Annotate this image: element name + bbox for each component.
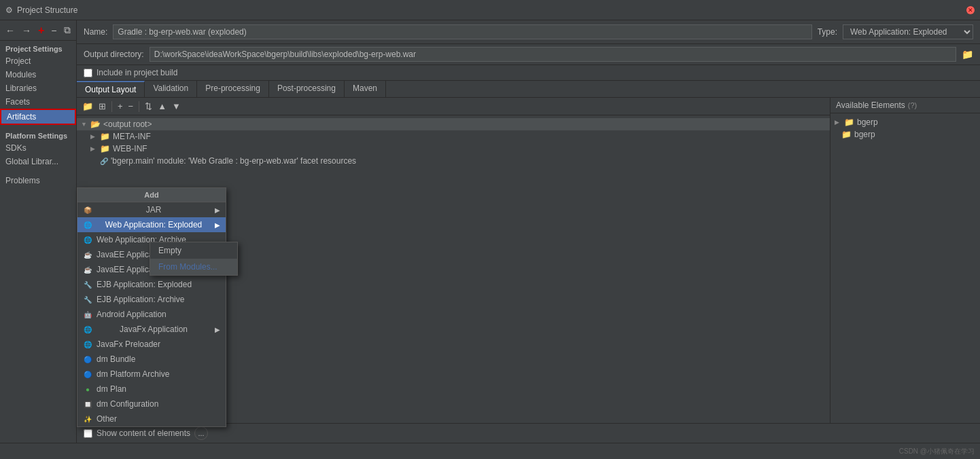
show-content-label[interactable]: Show content of elements: [97, 428, 190, 438]
forward-button[interactable]: →: [19, 24, 34, 37]
type-select[interactable]: Web Application: Exploded: [843, 24, 973, 39]
tabs-row: Output Layout Validation Pre-processing …: [77, 81, 980, 98]
tab-validation[interactable]: Validation: [145, 81, 197, 97]
jar-arrow: ▶: [215, 206, 220, 214]
menu-item-dm-platform[interactable]: 🔵 dm Platform Archive: [77, 367, 226, 382]
tab-post-processing[interactable]: Post-processing: [269, 81, 345, 97]
nav-toolbar: ← → + − ⧉: [0, 20, 76, 41]
content-area: ← → + − ⧉ Project Settings Project Modul…: [0, 20, 980, 443]
tab-pre-processing[interactable]: Pre-processing: [197, 81, 269, 97]
window-title: Project Structure: [17, 5, 77, 15]
copy-artifact-button[interactable]: ⧉: [61, 23, 73, 37]
tab-maven[interactable]: Maven: [345, 81, 386, 97]
project-structure-window: ⚙ Project Structure ✕ ← → + − ⧉ Project …: [0, 0, 980, 459]
root-label: <output root>: [103, 120, 152, 129]
bgerp2-folder-icon: 📁: [841, 130, 852, 139]
bgerp1-arrow: ▶: [835, 119, 841, 126]
available-header: Available Elements (?): [830, 98, 980, 113]
javaee-archive-icon: ☕: [83, 265, 92, 274]
sidebar-item-sdks[interactable]: SDKs: [0, 141, 76, 155]
project-settings-label: Project Settings: [0, 41, 76, 54]
javafx-app-label: JavaFx Application: [120, 325, 188, 334]
sidebar-item-modules[interactable]: Modules: [0, 68, 76, 81]
menu-item-ejb-exploded[interactable]: 🔧 EJB Application: Exploded: [77, 277, 226, 292]
toolbar-sort-btn[interactable]: ⇅: [143, 100, 154, 113]
menu-item-jar[interactable]: 📦 JAR ▶: [77, 202, 226, 217]
menu-item-ejb-archive[interactable]: 🔧 EJB Application: Archive: [77, 292, 226, 307]
menu-item-android[interactable]: 🤖 Android Application: [77, 307, 226, 322]
bgerp2-label: bgerp: [854, 130, 875, 139]
add-artifact-button[interactable]: +: [35, 23, 47, 38]
include-checkbox-row: Include in project build: [77, 65, 980, 81]
toolbar-remove-btn[interactable]: −: [127, 100, 135, 113]
back-button[interactable]: ←: [3, 24, 18, 37]
android-label: Android Application: [97, 310, 167, 319]
available-help-icon: (?): [908, 101, 917, 109]
sidebar: ← → + − ⧉ Project Settings Project Modul…: [0, 20, 77, 443]
output-dir-input[interactable]: [150, 47, 956, 62]
add-menu: Add 📦 JAR ▶ 🌐 Web Application: Exploded …: [77, 187, 226, 427]
toolbar-sep-2: [139, 101, 139, 112]
avail-item-bgerp2[interactable]: 📁 bgerp: [830, 128, 980, 141]
tree-item-web-inf[interactable]: ▶ 📁 WEB-INF: [77, 143, 830, 155]
sidebar-item-libraries[interactable]: Libraries: [0, 81, 76, 95]
folder-button[interactable]: 📁: [962, 49, 973, 60]
empty-label: Empty: [158, 246, 181, 255]
include-label[interactable]: Include in project build: [97, 68, 177, 77]
web-exploded-arrow: ▶: [215, 221, 220, 229]
dm-plan-label: dm Plan: [97, 384, 126, 394]
web-inf-arrow: ▶: [90, 145, 97, 152]
jar-icon: 📦: [83, 205, 92, 215]
javafx-app-arrow: ▶: [215, 326, 220, 333]
show-content-checkbox[interactable]: [84, 429, 92, 438]
close-button[interactable]: ✕: [966, 6, 975, 14]
toolbar-folder-btn[interactable]: 📁: [81, 100, 94, 113]
sidebar-item-global-libraries[interactable]: Global Librar...: [0, 155, 76, 168]
root-folder-icon: 📂: [90, 120, 101, 129]
available-tree: ▶ 📁 bgerp 📁 bgerp: [830, 113, 980, 423]
menu-item-other[interactable]: ✨ Other: [77, 411, 226, 426]
bgerp-main-label: 'bgerp.main' module: 'Web Gradle : bg-er…: [111, 156, 356, 166]
menu-item-web-exploded[interactable]: 🌐 Web Application: Exploded ▶: [77, 217, 226, 232]
sidebar-item-project[interactable]: Project: [0, 54, 76, 68]
submenu-item-from-modules[interactable]: From Modules...: [150, 259, 237, 275]
sidebar-item-problems[interactable]: Problems: [0, 174, 76, 187]
available-header-label: Available Elements: [836, 100, 905, 110]
dots-button[interactable]: ...: [194, 426, 208, 440]
submenu-item-empty[interactable]: Empty: [150, 242, 237, 259]
remove-artifact-button[interactable]: −: [48, 24, 59, 37]
avail-item-bgerp1[interactable]: ▶ 📁 bgerp: [830, 116, 980, 128]
meta-inf-arrow: ▶: [90, 133, 97, 140]
menu-item-dm-plan[interactable]: ● dm Plan: [77, 382, 226, 397]
web-inf-folder-icon: 📁: [100, 144, 110, 153]
toolbar-add-btn[interactable]: +: [116, 100, 124, 113]
menu-item-dm-config[interactable]: 🔲 dm Configuration: [77, 397, 226, 411]
watermark-text: CSDN @小猪佩奇在学习: [899, 447, 975, 456]
sidebar-item-facets[interactable]: Facets: [0, 95, 76, 109]
dm-platform-icon: 🔵: [83, 369, 92, 379]
include-checkbox[interactable]: [84, 69, 92, 77]
dm-config-label: dm Configuration: [97, 399, 158, 409]
sidebar-item-artifacts[interactable]: Artifacts: [0, 109, 76, 125]
bgerp1-folder-icon: 📁: [844, 117, 854, 127]
type-label: Type:: [818, 27, 837, 37]
ejb-archive-icon: 🔧: [83, 295, 92, 304]
tree-item-meta-inf[interactable]: ▶ 📁 META-INF: [77, 130, 830, 143]
tab-output-layout[interactable]: Output Layout: [77, 81, 145, 97]
output-dir-row: Output directory: 📁: [77, 44, 980, 65]
ejb-exploded-icon: 🔧: [83, 280, 92, 289]
name-input[interactable]: [113, 24, 811, 39]
web-inf-label: WEB-INF: [113, 144, 147, 153]
menu-item-javafx-preloader[interactable]: 🌐 JavaFx Preloader: [77, 337, 226, 352]
tree-item-root[interactable]: ▼ 📂 <output root>: [77, 118, 830, 130]
menu-item-javafx-app[interactable]: 🌐 JavaFx Application ▶: [77, 322, 226, 337]
toolbar-up-btn[interactable]: ▲: [156, 100, 168, 113]
toolbar-down-btn[interactable]: ▼: [171, 100, 182, 113]
dm-plan-icon: ●: [83, 384, 92, 394]
toolbar-layout-btn[interactable]: ⊞: [97, 100, 107, 113]
platform-settings-label: Platform Settings: [0, 128, 76, 141]
tree-item-bgerp-main[interactable]: 🔗 'bgerp.main' module: 'Web Gradle : bg-…: [77, 155, 830, 167]
javafx-preloader-label: JavaFx Preloader: [97, 339, 160, 349]
web-archive-icon: 🌐: [83, 235, 92, 244]
menu-item-dm-bundle[interactable]: 🔵 dm Bundle: [77, 352, 226, 367]
